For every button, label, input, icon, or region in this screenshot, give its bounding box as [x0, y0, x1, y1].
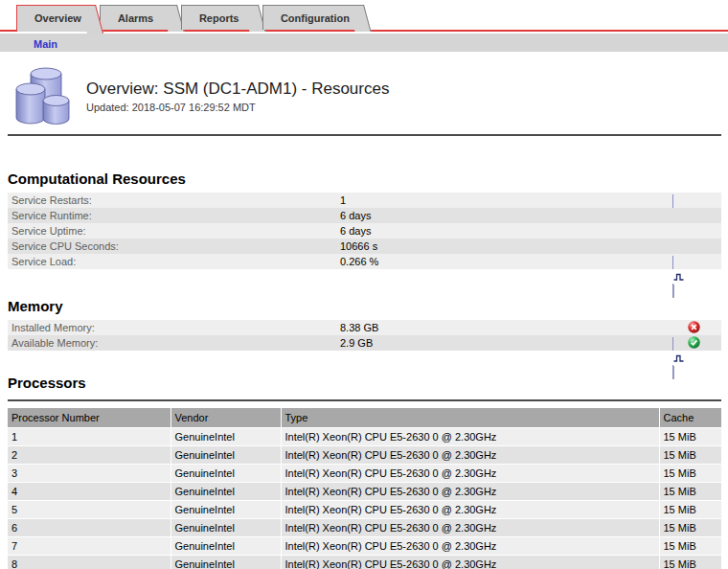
col-header-cache: Cache: [659, 408, 721, 427]
tab-alarms[interactable]: Alarms: [100, 5, 169, 30]
tab-reports[interactable]: Reports: [181, 5, 250, 30]
table-row: 5 GenuineIntel Intel(R) Xeon(R) CPU E5-2…: [8, 500, 721, 518]
cell-type: Intel(R) Xeon(R) CPU E5-2630 0 @ 2.30GHz: [281, 500, 659, 518]
cell-processor-number: 1: [8, 427, 171, 445]
row-label: Service Uptime:: [8, 223, 340, 239]
table-row: 7 GenuineIntel Intel(R) Xeon(R) CPU E5-2…: [8, 536, 721, 555]
cell-type: Intel(R) Xeon(R) CPU E5-2630 0 @ 2.30GHz: [281, 427, 659, 445]
cell-cache: 15 MiB: [659, 555, 721, 569]
memory-rows: Installed Memory: 8.38 GB Available Memo…: [8, 320, 721, 351]
cell-processor-number: 3: [8, 464, 171, 482]
storage-cylinders-icon: [10, 62, 77, 127]
row-value: 1: [340, 193, 346, 208]
processors-header-row: Processor Number Vendor Type Cache: [8, 408, 721, 427]
row-installed-memory: Installed Memory: 8.38 GB: [8, 320, 721, 335]
cell-type: Intel(R) Xeon(R) CPU E5-2630 0 @ 2.30GHz: [281, 536, 659, 555]
row-value: 10666 s: [340, 239, 377, 254]
row-service-runtime: Service Runtime: 6 days: [8, 208, 721, 223]
cell-type: Intel(R) Xeon(R) CPU E5-2630 0 @ 2.30GHz: [281, 445, 659, 464]
breadcrumb-main-link[interactable]: Main: [34, 38, 57, 50]
cell-processor-number: 7: [8, 536, 171, 555]
ok-icon: [688, 336, 701, 349]
cell-type: Intel(R) Xeon(R) CPU E5-2630 0 @ 2.30GHz: [281, 555, 659, 569]
row-label: Service CPU Seconds:: [8, 239, 340, 254]
cell-type: Intel(R) Xeon(R) CPU E5-2630 0 @ 2.30GHz: [281, 518, 659, 536]
table-row: 2 GenuineIntel Intel(R) Xeon(R) CPU E5-2…: [8, 445, 721, 464]
tab-bar: Overview Alarms Reports Configuration: [0, 0, 728, 32]
cell-vendor: GenuineIntel: [171, 518, 281, 536]
cell-type: Intel(R) Xeon(R) CPU E5-2630 0 @ 2.30GHz: [281, 464, 659, 482]
cell-vendor: GenuineIntel: [171, 445, 281, 464]
table-row: 3 GenuineIntel Intel(R) Xeon(R) CPU E5-2…: [8, 464, 721, 482]
row-service-uptime: Service Uptime: 6 days: [8, 223, 721, 239]
section-title-processors: Processors: [8, 375, 721, 391]
cell-processor-number: 6: [8, 518, 171, 536]
row-service-load: Service Load: 0.266 %: [8, 254, 721, 269]
cell-vendor: GenuineIntel: [171, 464, 281, 482]
cell-vendor: GenuineIntel: [171, 500, 281, 518]
cell-processor-number: 4: [8, 482, 171, 500]
cell-type: Intel(R) Xeon(R) CPU E5-2630 0 @ 2.30GHz: [281, 482, 659, 500]
updated-timestamp: Updated: 2018-05-07 16:29:52 MDT: [86, 102, 389, 113]
tab-alarms-label: Alarms: [118, 12, 153, 24]
computational-rows: Service Restarts: 1 Service Runtime: 6 d…: [8, 193, 721, 269]
cell-vendor: GenuineIntel: [171, 482, 281, 500]
cell-cache: 15 MiB: [659, 536, 721, 555]
row-label: Installed Memory:: [8, 320, 340, 335]
processors-divider: [8, 399, 721, 401]
cell-cache: 15 MiB: [659, 464, 721, 482]
section-title-memory: Memory: [8, 298, 721, 314]
row-value: 0.266 %: [340, 254, 378, 269]
tab-configuration[interactable]: Configuration: [262, 5, 355, 30]
header-divider: [8, 134, 721, 136]
error-icon: [688, 321, 701, 333]
table-row: 4 GenuineIntel Intel(R) Xeon(R) CPU E5-2…: [8, 482, 721, 500]
table-row: 8 GenuineIntel Intel(R) Xeon(R) CPU E5-2…: [8, 555, 721, 569]
processors-table: Processor Number Vendor Type Cache 1 Gen…: [8, 408, 721, 569]
row-label: Service Runtime:: [8, 208, 340, 223]
step-chart-icon[interactable]: [672, 337, 686, 378]
row-service-restarts: Service Restarts: 1: [8, 193, 721, 208]
cell-vendor: GenuineIntel: [171, 536, 281, 555]
row-label: Service Restarts:: [8, 193, 340, 208]
row-service-cpu-seconds: Service CPU Seconds: 10666 s: [8, 239, 721, 254]
row-label: Available Memory:: [8, 335, 340, 351]
col-header-vendor: Vendor: [171, 408, 281, 427]
row-value: 2.9 GB: [340, 335, 373, 351]
col-header-processor-number: Processor Number: [8, 408, 171, 427]
tab-overview-label: Overview: [34, 12, 81, 24]
breadcrumb-bar: Main: [0, 34, 728, 52]
section-title-computational: Computational Resources: [8, 171, 721, 187]
page-header: Overview: SSM (DC1-ADM1) - Resources Upd…: [0, 52, 728, 134]
tab-overview[interactable]: Overview: [16, 5, 87, 32]
cell-processor-number: 2: [8, 445, 171, 464]
cell-cache: 15 MiB: [659, 427, 721, 445]
cell-cache: 15 MiB: [659, 500, 721, 518]
cell-vendor: GenuineIntel: [171, 427, 281, 445]
page-title: Overview: SSM (DC1-ADM1) - Resources: [86, 80, 389, 99]
row-value: 8.38 GB: [340, 320, 378, 335]
row-value: 6 days: [340, 208, 371, 223]
table-row: 6 GenuineIntel Intel(R) Xeon(R) CPU E5-2…: [8, 518, 721, 536]
col-header-type: Type: [281, 408, 659, 427]
step-chart-icon[interactable]: [672, 256, 686, 297]
cell-vendor: GenuineIntel: [171, 555, 281, 569]
row-available-memory: Available Memory: 2.9 GB: [8, 335, 721, 351]
row-label: Service Load:: [8, 254, 340, 269]
row-value: 6 days: [340, 223, 371, 239]
cell-processor-number: 5: [8, 500, 171, 518]
cell-cache: 15 MiB: [659, 518, 721, 536]
cell-cache: 15 MiB: [659, 482, 721, 500]
table-row: 1 GenuineIntel Intel(R) Xeon(R) CPU E5-2…: [8, 427, 721, 445]
cell-processor-number: 8: [8, 555, 171, 569]
tab-configuration-label: Configuration: [281, 12, 350, 24]
cell-cache: 15 MiB: [659, 445, 721, 464]
tab-reports-label: Reports: [199, 12, 239, 24]
